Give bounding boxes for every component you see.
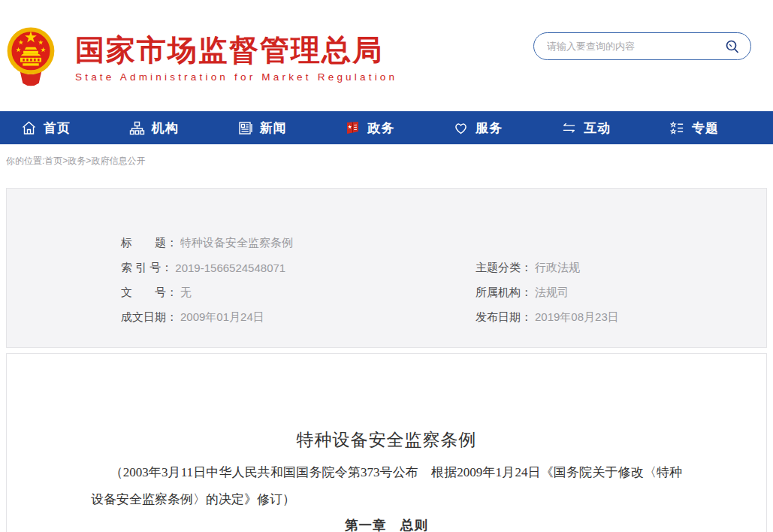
meta-value: 2019年08月23日	[535, 310, 619, 325]
newspaper-icon	[237, 120, 253, 136]
site-subtitle: State Administration for Market Regulati…	[75, 71, 397, 83]
breadcrumb: 你的位置:首页>政务>政府信息公开	[0, 144, 773, 188]
nav-item-home[interactable]: 首页	[21, 119, 71, 137]
search-button[interactable]	[720, 38, 750, 56]
nav-item-service[interactable]: 服务	[453, 119, 503, 137]
exchange-arrows-icon	[561, 120, 577, 136]
site-logo-link[interactable]: 国家市场监督管理总局 State Administration for Mark…	[6, 18, 397, 93]
document-title: 特种设备安全监察条例	[7, 429, 766, 452]
meta-value: 法规司	[535, 286, 569, 300]
meta-label: 发布日期：	[476, 310, 532, 325]
nav-item-topics[interactable]: 专题	[669, 119, 719, 137]
main-nav: 首页 机构 新闻	[0, 111, 773, 144]
meta-value: 行政法规	[535, 261, 580, 275]
gov-flag-icon	[345, 120, 361, 136]
nav-item-interact[interactable]: 互动	[561, 119, 611, 137]
meta-value: 2019-1566524548071	[175, 261, 285, 274]
chapter-heading: 第一章 总则	[7, 516, 766, 532]
meta-value: 无	[180, 286, 192, 300]
heart-icon	[453, 120, 469, 136]
nav-item-news[interactable]: 新闻	[237, 119, 287, 137]
search-icon	[723, 38, 741, 56]
meta-row-title: 标 题： 特种设备安全监察条例	[7, 231, 476, 255]
meta-value: 2009年01月24日	[180, 310, 264, 325]
meta-label: 主题分类：	[476, 261, 532, 275]
home-icon	[21, 120, 37, 136]
nav-item-gov[interactable]: 政务	[345, 119, 394, 137]
search-input[interactable]	[547, 41, 720, 52]
meta-label: 成文日期：	[121, 310, 177, 325]
meta-label: 标 题：	[121, 236, 177, 250]
document-intro: （2003年3月11日中华人民共和国国务院令第373号公布 根据2009年1月2…	[7, 459, 766, 513]
meta-label: 索 引 号：	[121, 261, 172, 275]
meta-label: 文 号：	[121, 286, 177, 300]
site-title: 国家市场监督管理总局	[75, 34, 397, 67]
meta-row-docnumber: 文 号： 无	[7, 280, 476, 305]
site-header: 国家市场监督管理总局 State Administration for Mark…	[0, 0, 773, 111]
org-chart-icon	[129, 120, 145, 136]
star-list-icon	[669, 120, 685, 136]
search-box	[533, 32, 751, 60]
breadcrumb-link-home[interactable]: 首页	[44, 156, 62, 166]
national-emblem-icon	[6, 21, 56, 93]
meta-label: 所属机构：	[476, 286, 532, 300]
document-content: 特种设备安全监察条例 （2003年3月11日中华人民共和国国务院令第373号公布…	[6, 353, 767, 532]
breadcrumb-prefix: 你的位置:	[6, 156, 44, 166]
meta-row-index: 索 引 号： 2019-1566524548071	[7, 255, 476, 280]
breadcrumb-link-info[interactable]: 政府信息公开	[91, 156, 145, 166]
breadcrumb-link-gov[interactable]: 政务	[68, 156, 86, 166]
meta-row-category: 主题分类： 行政法规	[476, 255, 766, 280]
meta-row-written-date: 成文日期： 2009年01月24日	[7, 305, 476, 330]
nav-item-org[interactable]: 机构	[129, 119, 179, 137]
meta-row-publish-date: 发布日期： 2019年08月23日	[476, 305, 766, 330]
meta-row-institution: 所属机构： 法规司	[476, 280, 766, 305]
document-meta-panel: 标 题： 特种设备安全监察条例 索 引 号： 2019-156652454807…	[6, 188, 767, 348]
meta-value: 特种设备安全监察条例	[180, 236, 293, 250]
